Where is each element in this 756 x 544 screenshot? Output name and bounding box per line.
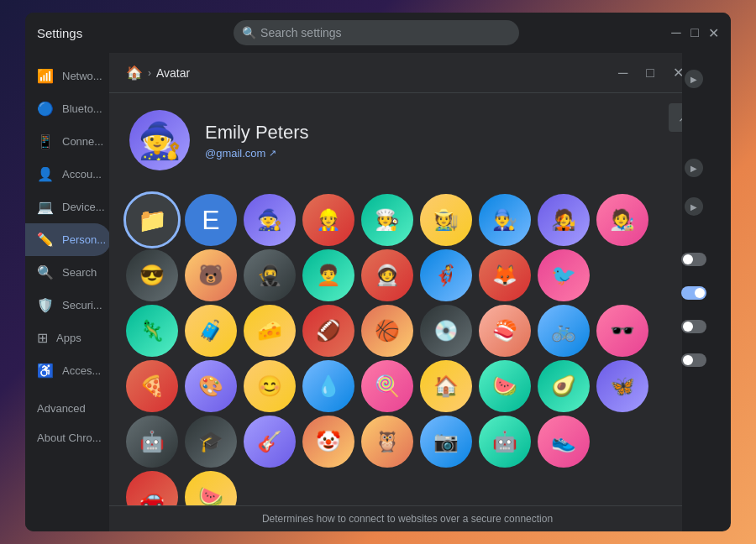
avatar-29[interactable]: 🍭	[361, 360, 413, 412]
avatar-30[interactable]: 🏠	[420, 360, 472, 412]
avatar-16[interactable]: 🦎	[126, 305, 178, 357]
sidebar-item-devices[interactable]: 💻 Device...	[25, 191, 111, 223]
user-name: Emily Peters	[205, 122, 308, 144]
avatar-panel-header: 🏠 › Avatar ─ □ ✕	[109, 53, 706, 93]
avatar-9[interactable]: 🐻	[185, 249, 237, 301]
avatar-21[interactable]: 💿	[420, 305, 472, 357]
user-avatar-emoji: 🧙	[138, 120, 181, 161]
sidebar-item-advanced[interactable]: Advanced	[25, 394, 111, 423]
avatar-39[interactable]: 📷	[420, 416, 472, 468]
avatar-row-5: 🤖 🎓 🎸 🤡 🦉 📷 🤖 👟	[126, 416, 689, 468]
phone-icon: 📱	[37, 133, 54, 149]
avatar-40[interactable]: 🤖	[479, 416, 531, 468]
avatar-panel: 🏠 › Avatar ─ □ ✕ ↗ 🧙 E	[109, 53, 706, 531]
sidebar-item-search[interactable]: 🔍 Search	[25, 256, 111, 289]
avatar-3[interactable]: 🧑‍🍳	[361, 194, 413, 246]
toggle-3[interactable]	[681, 320, 706, 333]
avatar-26[interactable]: 🎨	[185, 360, 237, 412]
expand-btn-1[interactable]: ▶	[685, 70, 703, 88]
sidebar: 📶 Netwo... 🔵 Blueto... 📱 Conne... 👤 Acco…	[25, 53, 118, 531]
sidebar-item-accounts[interactable]: 👤 Accou...	[25, 158, 111, 191]
search-input[interactable]	[234, 20, 519, 45]
panel-maximize-button[interactable]: □	[641, 63, 659, 82]
avatar-42[interactable]: 🚗	[126, 471, 178, 505]
avatar-row-4: 🍕 🎨 😊 💧 🍭 🏠 🍉 🥑 🦋	[126, 360, 689, 412]
expand-btn-3[interactable]: ▶	[685, 197, 703, 216]
avatar-10[interactable]: 🥷	[244, 249, 296, 301]
email-text: @gmail.com	[205, 147, 265, 160]
avatar-41[interactable]: 👟	[538, 416, 590, 468]
avatar-20[interactable]: 🏀	[361, 305, 413, 357]
avatar-12[interactable]: 🧑‍🚀	[361, 249, 413, 301]
avatar-31[interactable]: 🍉	[479, 360, 531, 412]
avatar-7[interactable]: 🧑‍🎨	[596, 194, 648, 246]
toggle-1[interactable]	[681, 253, 706, 266]
avatar-28[interactable]: 💧	[302, 360, 354, 412]
user-avatar[interactable]: 🧙	[129, 110, 190, 170]
sidebar-item-personalization[interactable]: ✏️ Person...	[25, 223, 111, 256]
panel-minimize-button[interactable]: ─	[613, 63, 633, 82]
avatar-15[interactable]: 🐦	[538, 249, 590, 301]
main-window: Settings 🔍 ─ □ ✕ 📶 Netwo... 🔵 Blueto...	[25, 13, 731, 531]
sidebar-item-network[interactable]: 📶 Netwo...	[25, 60, 111, 92]
avatar-4[interactable]: 🧑‍🌾	[420, 194, 472, 246]
avatar-row-2: 😎 🐻 🥷 🧑‍🦱 🧑‍🚀 🦸 🦊 🐦	[126, 249, 689, 301]
avatar-27[interactable]: 😊	[244, 360, 296, 412]
sidebar-item-about[interactable]: About Chro...	[25, 423, 111, 452]
sidebar-item-bluetooth[interactable]: 🔵 Blueto...	[25, 92, 111, 125]
title-bar: Settings 🔍 ─ □ ✕	[25, 13, 731, 53]
sidebar-label-about: About Chro...	[37, 432, 102, 444]
sidebar-item-apps[interactable]: ⊞ Apps	[25, 322, 111, 354]
avatar-33[interactable]: 🦋	[596, 360, 648, 412]
avatar-8[interactable]: 😎	[126, 249, 178, 301]
search-bar-container: 🔍	[82, 20, 670, 45]
avatar-24[interactable]: 🕶️	[596, 305, 648, 357]
avatar-18[interactable]: 🧀	[244, 305, 296, 357]
home-icon[interactable]: 🏠	[126, 65, 143, 81]
sidebar-item-security[interactable]: 🛡️ Securi...	[25, 289, 111, 322]
avatar-14[interactable]: 🦊	[479, 249, 531, 301]
avatar-2[interactable]: 👷	[302, 194, 354, 246]
avatar-36[interactable]: 🎸	[244, 416, 296, 468]
avatar-1[interactable]: 🧙	[244, 194, 296, 246]
panel-controls: ─ □ ✕	[613, 63, 689, 82]
folder-avatar[interactable]: 📁	[126, 194, 178, 246]
sidebar-label-search: Search	[62, 266, 97, 279]
sidebar-label-devices: Device...	[62, 201, 105, 213]
avatar-22[interactable]: 🍣	[479, 305, 531, 357]
minimize-button[interactable]: ─	[670, 27, 682, 39]
sidebar-item-accessibility[interactable]: ♿ Acces...	[25, 354, 111, 387]
avatar-35[interactable]: 🎓	[185, 416, 237, 468]
avatar-6[interactable]: 🧑‍🎤	[538, 194, 590, 246]
email-external-icon[interactable]: ↗	[269, 148, 276, 159]
bluetooth-icon: 🔵	[37, 101, 54, 117]
sidebar-label-apps: Apps	[56, 332, 81, 344]
avatar-25[interactable]: 🍕	[126, 360, 178, 412]
toggle-4[interactable]	[681, 353, 706, 367]
sidebar-label-accessibility: Acces...	[62, 364, 101, 377]
status-bar: Determines how to connect to websites ov…	[109, 505, 706, 531]
sidebar-item-connected[interactable]: 📱 Conne...	[25, 125, 111, 158]
avatar-13[interactable]: 🦸	[420, 249, 472, 301]
maximize-button[interactable]: □	[689, 27, 701, 39]
avatar-row-6: 🚗 🍉	[126, 471, 689, 505]
sidebar-separator	[25, 387, 118, 394]
avatar-11[interactable]: 🧑‍🦱	[302, 249, 354, 301]
avatar-34[interactable]: 🤖	[126, 416, 178, 468]
avatar-37[interactable]: 🤡	[302, 416, 354, 468]
expand-btn-2[interactable]: ▶	[685, 159, 703, 177]
avatar-5[interactable]: 👨‍🔧	[479, 194, 531, 246]
toggle-2[interactable]	[681, 286, 706, 300]
letter-e-avatar[interactable]: E	[185, 194, 237, 246]
sidebar-label-advanced: Advanced	[37, 402, 86, 415]
avatar-17[interactable]: 🧳	[185, 305, 237, 357]
avatar-43[interactable]: 🍉	[185, 471, 237, 505]
avatar-23[interactable]: 🚲	[538, 305, 590, 357]
avatar-38[interactable]: 🦉	[361, 416, 413, 468]
sidebar-label-accounts: Accou...	[62, 168, 102, 180]
avatar-32[interactable]: 🥑	[538, 360, 590, 412]
avatar-grid: 📁 E 🧙 👷 🧑‍🍳 🧑‍🌾 👨‍🔧 🧑‍🎤 🧑‍🎨 😎 🐻 🥷 🧑‍	[109, 187, 706, 505]
avatar-19[interactable]: 🏈	[302, 305, 354, 357]
sidebar-label-security: Securi...	[62, 299, 102, 311]
close-button[interactable]: ✕	[707, 27, 719, 39]
